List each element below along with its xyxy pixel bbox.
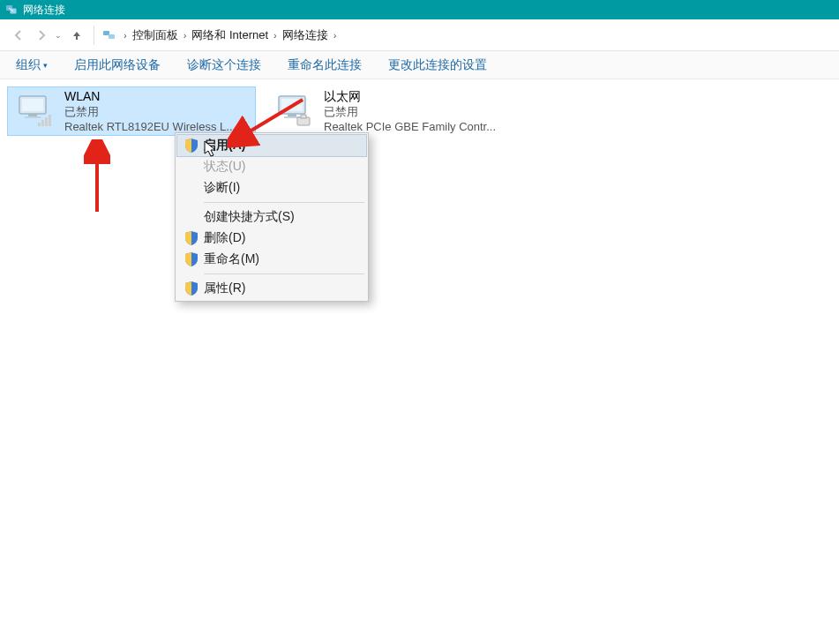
breadcrumb[interactable]: › 控制面板 › 网络和 Internet › 网络连接 › (98, 26, 832, 45)
menu-create-shortcut[interactable]: 创建快捷方式(S) (177, 206, 366, 228)
svg-rect-5 (22, 99, 43, 111)
menu-shortcut-label: 创建快捷方式(S) (204, 209, 295, 225)
toolbar-organize-label: 组织 (16, 57, 41, 73)
adapter-wlan-info: WLAN 已禁用 Realtek RTL8192EU Wireless L... (64, 88, 236, 134)
crumb-sep-icon: › (184, 30, 187, 41)
content-area: WLAN 已禁用 Realtek RTL8192EU Wireless L...… (0, 79, 839, 143)
menu-props-label: 属性(R) (204, 281, 245, 296)
recent-dropdown-icon[interactable]: ⌄ (55, 31, 62, 40)
toolbar-enable-device[interactable]: 启用此网络设备 (67, 54, 168, 77)
svg-rect-9 (41, 120, 44, 126)
blank-icon (183, 208, 200, 226)
svg-rect-14 (288, 114, 296, 116)
crumb-sep-icon: › (333, 30, 337, 41)
menu-delete[interactable]: 删除(D) (177, 228, 366, 249)
app-icon (5, 4, 18, 16)
shield-icon (183, 229, 200, 247)
title-bar: 网络连接 (0, 0, 839, 19)
adapter-ethernet-icon (271, 90, 320, 132)
blank-icon (183, 158, 200, 176)
crumb-sep-icon: › (273, 30, 277, 41)
menu-separator (204, 202, 364, 203)
address-bar: ⌄ › 控制面板 › 网络和 Internet › 网络连接 › (0, 19, 839, 51)
menu-separator (204, 273, 364, 274)
adapter-wlan[interactable]: WLAN 已禁用 Realtek RTL8192EU Wireless L... (7, 86, 256, 136)
crumb-sep-icon: › (124, 30, 127, 41)
svg-rect-17 (301, 115, 306, 118)
crumb-control-panel[interactable]: 控制面板 (130, 26, 181, 45)
toolbar-diagnose[interactable]: 诊断这个连接 (180, 54, 268, 77)
menu-status-label: 状态(U) (204, 159, 245, 175)
menu-rename-label: 重命名(M) (204, 251, 259, 267)
crumb-network-connections[interactable]: 网络连接 (280, 26, 331, 45)
svg-rect-11 (49, 115, 51, 126)
menu-enable-label: 启用(A) (204, 138, 245, 154)
chevron-down-icon: ▾ (43, 61, 48, 70)
toolbar-change-settings[interactable]: 更改此连接的设置 (381, 54, 494, 77)
menu-rename[interactable]: 重命名(M) (177, 249, 366, 270)
nav-back-button[interactable] (9, 26, 28, 45)
adapter-ethernet-name: 以太网 (324, 88, 496, 104)
divider (94, 26, 94, 45)
context-menu: 启用(A) 状态(U) 诊断(I) 创建快捷方式(S) 删除(D) 重命名(M)… (175, 132, 369, 302)
crumb-network-internet[interactable]: 网络和 Internet (189, 26, 271, 45)
blank-icon (183, 179, 200, 197)
nav-up-button[interactable] (67, 26, 86, 45)
adapter-wlan-name: WLAN (64, 88, 236, 104)
network-icon (101, 28, 117, 42)
toolbar-organize[interactable]: 组织 ▾ (9, 54, 55, 77)
menu-delete-label: 删除(D) (204, 230, 245, 246)
nav-forward-button[interactable] (32, 26, 51, 45)
menu-enable[interactable]: 启用(A) (177, 135, 366, 156)
menu-properties[interactable]: 属性(R) (177, 278, 366, 299)
menu-diagnose-label: 诊断(I) (204, 180, 240, 196)
svg-rect-13 (281, 99, 303, 111)
shield-icon (183, 251, 200, 268)
adapter-wlan-icon (11, 90, 61, 132)
shield-icon (183, 137, 200, 154)
svg-rect-6 (28, 114, 37, 116)
window-title: 网络连接 (23, 3, 65, 18)
adapter-wlan-status: 已禁用 (64, 104, 236, 119)
svg-rect-8 (38, 123, 41, 126)
svg-rect-10 (45, 117, 48, 126)
annotation-arrow (84, 139, 110, 214)
adapter-ethernet[interactable]: 以太网 已禁用 Realtek PCIe GBE Family Contr... (266, 86, 515, 136)
toolbar-rename[interactable]: 重命名此连接 (281, 54, 369, 77)
toolbar: 组织 ▾ 启用此网络设备 诊断这个连接 重命名此连接 更改此连接的设置 (0, 51, 839, 79)
svg-rect-3 (109, 34, 115, 39)
menu-status: 状态(U) (177, 156, 366, 177)
shield-icon (183, 280, 200, 297)
adapter-ethernet-status: 已禁用 (324, 104, 496, 119)
menu-diagnose[interactable]: 诊断(I) (177, 177, 366, 198)
svg-rect-2 (103, 31, 109, 35)
adapter-ethernet-info: 以太网 已禁用 Realtek PCIe GBE Family Contr... (324, 88, 496, 134)
svg-rect-7 (25, 116, 41, 118)
